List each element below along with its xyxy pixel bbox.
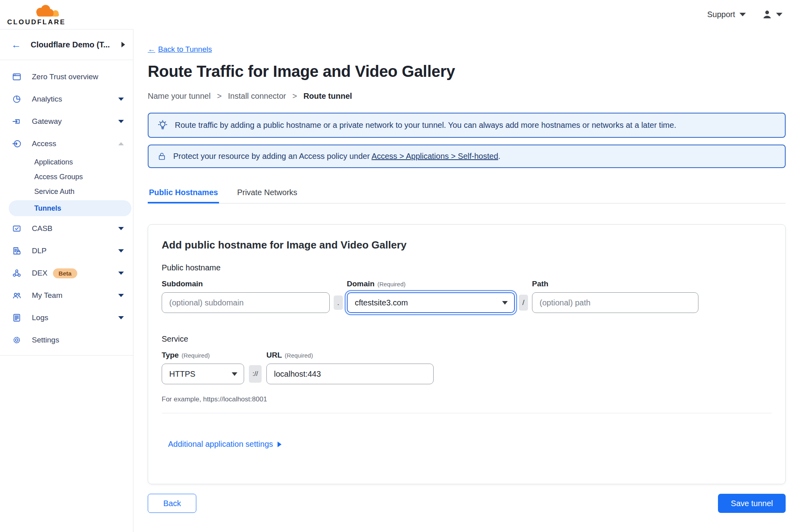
caret-up-icon [118,142,124,145]
caret-down-icon [118,294,124,297]
support-menu[interactable]: Support [707,10,746,19]
domain-select[interactable]: cftestsite3.com [347,292,515,313]
pie-chart-icon [12,94,22,104]
subdomain-label: Subdomain [162,280,330,288]
casb-icon [12,224,22,233]
sidebar-nav: Zero Trust overview Analytics Gateway Ac… [0,60,133,351]
caret-down-icon [118,272,124,275]
wizard-footer: Back Save tunnel [148,494,786,513]
caret-down-icon [118,227,124,230]
support-label: Support [707,10,735,19]
path-input[interactable] [532,292,698,313]
access-applications-self-hosted-link[interactable]: Access > Applications > Self-hosted [372,152,498,160]
tab-bar: Public Hostnames Private Networks [148,188,786,203]
caret-down-icon [118,120,124,123]
domain-label: Domain(Required) [347,280,515,288]
service-type-select[interactable]: HTTPS [162,364,244,384]
sidebar-item-access-groups[interactable]: Access Groups [0,170,133,184]
service-type-value: HTTPS [169,370,196,379]
public-hostname-label: Public hostname [162,263,772,272]
gateway-icon [12,117,22,126]
chevron-down-icon [776,13,782,16]
domain-value: cftestsite3.com [355,298,408,307]
type-label: Type(Required) [162,351,244,360]
back-arrow-icon: ← [148,45,155,54]
lock-icon [157,152,166,161]
info-banner-route-traffic: Route traffic by adding a public hostnam… [148,113,786,138]
gear-icon [12,335,22,345]
step-route-tunnel: Route tunnel [303,92,352,101]
service-fields-row: Type(Required) HTTPS :// URL(Required) [162,351,772,384]
required-hint: (Required) [285,352,313,359]
sidebar-item-applications[interactable]: Applications [0,155,133,170]
scheme-separator: :// [249,365,262,383]
dex-nodes-icon [12,268,22,278]
sidebar-item-casb[interactable]: CASB [0,217,133,240]
tab-private-networks[interactable]: Private Networks [236,188,298,203]
page-title: Route Traffic for Image and Video Galler… [148,63,786,80]
sidebar-item-tunnels[interactable]: Tunnels [9,200,131,216]
caret-down-icon [118,316,124,319]
account-name: Cloudflare Demo (T... [31,40,121,49]
tab-public-hostnames[interactable]: Public Hostnames [148,188,219,203]
beta-badge: Beta [53,268,77,278]
sidebar-item-gateway[interactable]: Gateway [0,110,133,133]
slash-separator: / [519,295,528,311]
sidebar-item-my-team[interactable]: My Team [0,284,133,307]
sidebar-item-analytics[interactable]: Analytics [0,88,133,110]
step-name-your-tunnel[interactable]: Name your tunnel [148,92,211,101]
document-lock-icon [12,246,22,256]
service-url-input[interactable] [266,364,434,384]
breadcrumb: Name your tunnel > Install connector > R… [148,92,786,101]
back-arrow-icon[interactable]: ← [11,40,21,50]
caret-down-icon [118,98,124,101]
select-caret-icon [232,372,237,376]
user-icon [762,9,773,20]
sidebar-item-service-auth[interactable]: Service Auth [0,184,133,199]
account-switcher: ← Cloudflare Demo (T... [0,29,133,60]
top-bar: CLOUDFLARE Support [0,0,796,29]
sidebar-item-access[interactable]: Access [0,133,133,155]
sidebar-item-dlp[interactable]: DLP [0,240,133,262]
logs-icon [12,313,22,323]
subdomain-input[interactable] [162,292,330,313]
dot-separator: . [334,295,343,310]
chevron-down-icon [739,13,746,16]
topbar-actions: Support [707,9,782,20]
url-example-hint: For example, https://localhost:8001 [162,395,772,403]
sidebar-item-settings[interactable]: Settings [0,329,133,351]
sidebar: ← Cloudflare Demo (T... Zero Trust overv… [0,29,133,532]
save-tunnel-button[interactable]: Save tunnel [718,494,786,513]
sidebar-item-logs[interactable]: Logs [0,307,133,329]
public-hostname-card: Add public hostname for Image and Video … [148,224,786,484]
select-caret-icon [502,301,508,305]
user-menu[interactable] [762,9,782,20]
lightbulb-icon [157,120,168,131]
additional-settings-toggle[interactable]: Additional application settings [168,440,282,449]
card-heading: Add public hostname for Image and Video … [162,239,772,251]
main-content: ← Back to Tunnels Route Traffic for Imag… [133,29,796,532]
cloudflare-cloud-icon [32,3,61,18]
hostname-fields-row: Subdomain . Domain(Required) cftestsite3… [162,280,772,313]
access-icon [12,139,22,149]
team-icon [12,291,22,300]
info-banner-access-policy: Protect your resource by adding an Acces… [148,145,786,168]
required-hint: (Required) [182,352,210,359]
sidebar-divider [0,355,133,356]
back-to-tunnels-link[interactable]: ← Back to Tunnels [148,45,212,54]
window-icon [12,72,22,82]
required-hint: (Required) [377,281,406,288]
url-label: URL(Required) [266,351,434,360]
caret-down-icon [118,249,124,252]
chevron-right-icon[interactable] [121,42,125,47]
cloudflare-logo[interactable]: CLOUDFLARE [7,3,66,26]
expand-right-icon [278,442,282,447]
step-install-connector[interactable]: Install connector [228,92,286,101]
cloudflare-wordmark: CLOUDFLARE [7,18,66,26]
sidebar-item-zero-trust-overview[interactable]: Zero Trust overview [0,66,133,88]
path-label: Path [532,280,698,288]
sidebar-item-dex[interactable]: DEX Beta [0,262,133,284]
back-button[interactable]: Back [148,494,196,513]
service-label: Service [162,334,772,344]
card-divider [162,413,772,413]
